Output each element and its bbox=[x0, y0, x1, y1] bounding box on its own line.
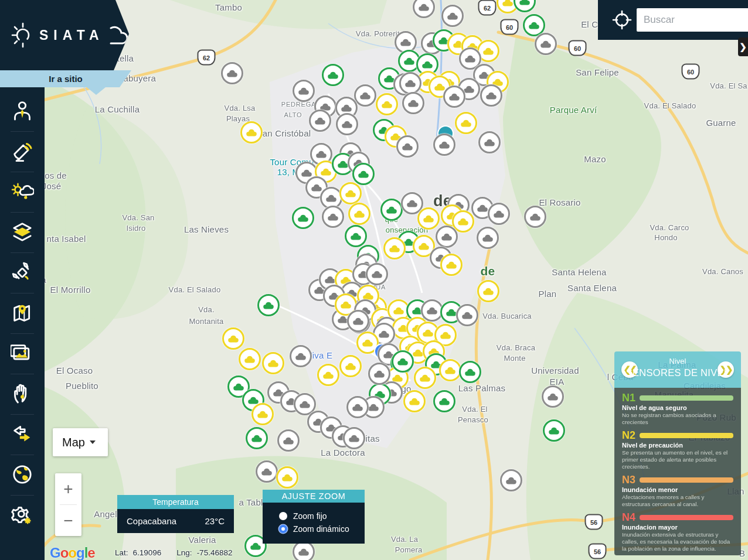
station-marker-yellow[interactable] bbox=[240, 121, 263, 144]
station-marker-gray[interactable] bbox=[256, 460, 278, 483]
station-marker-gray[interactable] bbox=[478, 131, 501, 153]
route-shield-62: 62 bbox=[198, 50, 216, 66]
map-label: Tambo bbox=[215, 2, 242, 12]
zoom-in-button[interactable]: + bbox=[55, 473, 81, 504]
lng-value: -75.46882 bbox=[197, 548, 233, 557]
sidebar-item-settings[interactable] bbox=[0, 496, 45, 536]
station-marker-green[interactable] bbox=[433, 390, 455, 412]
zoom-out-button[interactable]: − bbox=[55, 505, 81, 536]
radar-icon bbox=[11, 139, 34, 165]
station-marker-yellow[interactable] bbox=[403, 390, 426, 412]
station-marker-green[interactable] bbox=[246, 427, 268, 449]
station-marker-yellow[interactable] bbox=[251, 403, 274, 425]
level-title: Nivel de agua seguro bbox=[622, 404, 733, 412]
sidebar-item-radar[interactable] bbox=[0, 132, 45, 172]
station-marker-yellow[interactable] bbox=[439, 359, 461, 381]
station-marker-green[interactable] bbox=[459, 361, 481, 383]
station-marker-gray[interactable] bbox=[309, 110, 331, 132]
station-marker-gray[interactable] bbox=[368, 363, 390, 385]
sensor-level-N4: N4Inundacion mayorInundación extensiva d… bbox=[622, 512, 733, 552]
collapse-panel-chevron[interactable]: ❯ bbox=[738, 37, 748, 56]
search-input[interactable] bbox=[637, 8, 748, 32]
sidebar-item-compare-arrows[interactable] bbox=[0, 415, 45, 455]
sidebar-item-weather[interactable] bbox=[0, 172, 45, 213]
level-description: Afectaciones menores a calles y estructu… bbox=[622, 494, 733, 508]
station-marker-yellow[interactable] bbox=[222, 327, 244, 350]
station-marker-gray[interactable] bbox=[456, 304, 478, 326]
station-marker-gray[interactable] bbox=[290, 345, 312, 367]
station-marker-gray[interactable] bbox=[293, 80, 315, 102]
station-marker-gray[interactable] bbox=[542, 385, 564, 408]
sidebar-item-layers[interactable] bbox=[0, 213, 45, 253]
globe-icon bbox=[11, 463, 34, 489]
station-marker-green[interactable] bbox=[380, 199, 403, 221]
brand-title: SIATA bbox=[39, 28, 104, 43]
station-marker-yellow[interactable] bbox=[348, 203, 370, 225]
station-marker-gray[interactable] bbox=[524, 206, 546, 228]
station-marker-gray[interactable] bbox=[343, 427, 365, 449]
station-marker-yellow[interactable] bbox=[262, 352, 284, 374]
station-marker-yellow[interactable] bbox=[414, 367, 436, 389]
station-marker-gray[interactable] bbox=[366, 263, 388, 285]
sidebar-item-images[interactable] bbox=[0, 334, 45, 374]
sidebar bbox=[0, 87, 45, 560]
station-marker-gray[interactable] bbox=[477, 227, 499, 249]
station-marker-green[interactable] bbox=[292, 207, 314, 229]
station-marker-gray[interactable] bbox=[396, 135, 419, 158]
station-marker-gray[interactable] bbox=[433, 134, 455, 156]
station-marker-yellow[interactable] bbox=[455, 112, 477, 134]
sidebar-item-globe[interactable] bbox=[0, 455, 45, 496]
station-marker-gray[interactable] bbox=[399, 72, 421, 94]
radio-icon[interactable] bbox=[279, 512, 287, 520]
zoom-option-fixed[interactable]: Zoom fijo bbox=[279, 510, 365, 523]
station-marker-yellow[interactable] bbox=[417, 207, 440, 230]
station-marker-gray[interactable] bbox=[441, 5, 464, 27]
zoom-adjust-panel: AJUSTE ZOOM Zoom fijoZoom dinámico bbox=[263, 490, 365, 544]
sidebar-item-map-pin[interactable] bbox=[0, 293, 45, 334]
settings-icon bbox=[11, 503, 34, 529]
map-label: Vda. bbox=[198, 305, 215, 314]
zoom-option-dynamic[interactable]: Zoom dinámico bbox=[279, 523, 365, 535]
station-marker-green[interactable] bbox=[352, 163, 375, 185]
level-bar bbox=[640, 515, 733, 520]
go-to-site-link[interactable]: Ir a sitio bbox=[0, 70, 131, 87]
map-type-button[interactable]: Map bbox=[53, 428, 108, 456]
station-marker-gray[interactable] bbox=[347, 310, 369, 332]
station-marker-gray[interactable] bbox=[480, 84, 502, 107]
station-marker-gray[interactable] bbox=[346, 396, 369, 418]
station-marker-yellow[interactable] bbox=[383, 237, 406, 259]
station-marker-yellow[interactable] bbox=[440, 254, 463, 276]
station-marker-yellow[interactable] bbox=[276, 466, 298, 489]
station-marker-green[interactable] bbox=[345, 225, 367, 247]
station-marker-green[interactable] bbox=[543, 419, 565, 442]
station-marker-gray[interactable] bbox=[354, 84, 376, 107]
station-marker-green[interactable] bbox=[392, 350, 414, 373]
station-marker-gray[interactable] bbox=[221, 62, 243, 84]
sidebar-item-hand-drop[interactable] bbox=[0, 374, 45, 415]
station-marker-yellow[interactable] bbox=[317, 364, 339, 386]
station-marker-green[interactable] bbox=[257, 294, 280, 316]
station-marker-gray[interactable] bbox=[436, 226, 458, 248]
locate-crosshair-icon[interactable] bbox=[612, 10, 632, 30]
station-marker-gray[interactable] bbox=[336, 113, 358, 135]
station-marker-gray[interactable] bbox=[500, 469, 522, 491]
station-marker-yellow[interactable] bbox=[477, 280, 499, 302]
google-logo-letter: G bbox=[50, 545, 60, 560]
station-marker-yellow[interactable] bbox=[376, 93, 398, 115]
sidebar-item-user[interactable] bbox=[0, 91, 45, 132]
station-marker-green[interactable] bbox=[322, 64, 344, 86]
radio-icon[interactable] bbox=[279, 525, 287, 533]
station-marker-gray[interactable] bbox=[535, 33, 557, 55]
station-marker-gray[interactable] bbox=[277, 429, 300, 452]
station-marker-gray[interactable] bbox=[443, 86, 465, 108]
station-marker-yellow[interactable] bbox=[339, 182, 362, 204]
station-marker-gray[interactable] bbox=[488, 203, 510, 225]
station-marker-yellow[interactable] bbox=[239, 348, 261, 370]
map-label: Vda. El Salado bbox=[169, 285, 221, 294]
station-marker-gray[interactable] bbox=[402, 92, 424, 114]
map-label: Vda. Bucarica bbox=[482, 312, 532, 320]
station-marker-gray[interactable] bbox=[322, 206, 344, 228]
station-marker-yellow[interactable] bbox=[339, 355, 362, 377]
search-panel bbox=[598, 0, 748, 40]
sidebar-item-satellite[interactable] bbox=[0, 253, 45, 293]
